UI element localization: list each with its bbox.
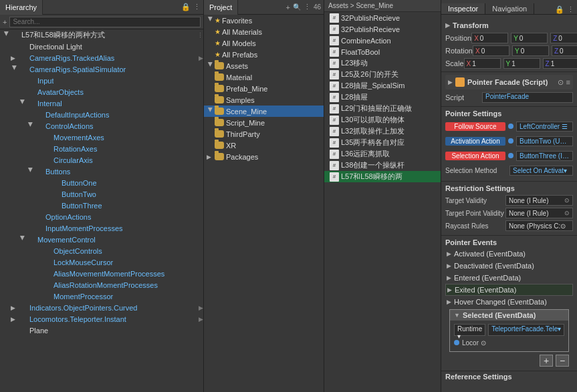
rotation-y-field[interactable]: Y 0 [512, 45, 549, 56]
hierarchy-tab[interactable]: Hierarchy [0, 0, 43, 15]
scale-z-field[interactable]: Z 1 [543, 58, 577, 69]
raycast-rules-val[interactable]: None (Physics C:⊙ [505, 220, 573, 231]
asset-l30[interactable]: # L30可以抓取的物体 [324, 114, 441, 126]
transform-header[interactable]: ▶ Transform [445, 19, 573, 32]
samples-item[interactable]: Samples [204, 94, 324, 106]
tree-item-spatial[interactable]: ▶ CameraRigs.SpatialSimulator [0, 63, 203, 75]
tree-item-optact[interactable]: OptionActions [0, 211, 203, 222]
tree-item-inputmoment[interactable]: InputMomentProcesses [0, 222, 203, 234]
hover-changed-event[interactable]: ▶ Hover Changed (EventData) [445, 296, 573, 308]
tree-item-aliasrot[interactable]: AliasRotationMomentProcesses [0, 279, 203, 290]
inspector-tab[interactable]: Inspector [441, 3, 485, 14]
asset-32pub2[interactable]: # 32PublishRecieve [324, 23, 441, 35]
asset-combine[interactable]: # CombineAction [324, 35, 441, 46]
asset-l57[interactable]: # L57和L58瞬移的两 [324, 171, 441, 182]
selection-method-value[interactable]: Select On Activat▾ [509, 166, 573, 176]
tree-item-buttons[interactable]: ▶ Buttons [0, 166, 203, 177]
tree-item-scene[interactable]: ▶ L57和L58瞬移的两种方式 ⋮ [0, 29, 203, 41]
asset-l28spical[interactable]: # L28抽屉_SpicalSim [324, 80, 441, 91]
all-materials-item[interactable]: ★ All Materials [204, 26, 324, 37]
hierarchy-add-btn[interactable]: + [3, 18, 7, 26]
packages-item[interactable]: ▶ Packages [204, 151, 324, 162]
activation-action-btn[interactable]: Activation Action [445, 137, 505, 146]
tree-item-movcontrol[interactable]: ▶ MovementControl [0, 234, 203, 245]
remove-event-btn[interactable]: − [556, 355, 569, 367]
inspector-lock-btn[interactable]: 🔒 [555, 5, 564, 14]
comp-more-btn[interactable]: ≡ [566, 78, 570, 87]
comp-settings-btn[interactable]: ⊙ [558, 78, 564, 87]
tree-item-rotaxes[interactable]: RotationAxes [0, 143, 203, 154]
thirdparty-item[interactable]: ThirdParty [204, 128, 324, 140]
tree-item-input[interactable]: Input [0, 75, 203, 86]
asset-l23[interactable]: # L23移动 [324, 57, 441, 69]
project-favorites-header[interactable]: ▶ ★ Favorites [204, 15, 324, 26]
tree-item-internal[interactable]: ▶ Internal [0, 97, 203, 109]
scale-x-field[interactable]: X 1 [464, 58, 501, 69]
target-point-validity-val[interactable]: None (I Rule) ⊙ [505, 208, 573, 218]
scene-mine-item[interactable]: ▶ Scene_Mine [204, 106, 324, 117]
tree-item-avatar[interactable]: AvatarObjects [0, 86, 203, 97]
tree-item-indicators[interactable]: ▶ Indicators.ObjectPointers.Curved ▶ [0, 302, 203, 313]
rotation-z-field[interactable]: Z 0 [552, 45, 577, 56]
tree-item-lockmouse[interactable]: LockMouseCursor [0, 256, 203, 268]
entered-event[interactable]: ▶ Entered (EventData) [445, 272, 573, 284]
asset-l38[interactable]: # L38创建一个操纵杆 [324, 160, 441, 171]
project-assets-header[interactable]: ▶ Assets [204, 60, 324, 71]
asset-l36[interactable]: # L36远距离抓取 [324, 148, 441, 160]
tree-item-controlactions[interactable]: ▶ ControlActions [0, 120, 203, 132]
tree-item-plane[interactable]: Plane [0, 325, 203, 336]
tree-item-tracked[interactable]: ▶ CameraRigs.TrackedAlias ▶ [0, 52, 203, 63]
tree-label-btn3: ButtonThree [62, 202, 102, 210]
tree-item-btn2[interactable]: ButtonTwo [0, 188, 203, 200]
target-validity-btn[interactable]: ⊙ [564, 197, 570, 204]
asset-float[interactable]: # FloatToBool [324, 46, 441, 57]
add-event-btn[interactable]: + [540, 355, 553, 367]
inspector-menu-btn[interactable]: ⋮ [567, 5, 574, 14]
tree-item-defaultinput[interactable]: DefaultInputActions [0, 109, 203, 120]
runtime-dropdown[interactable]: Runtime ▾ [454, 324, 485, 336]
tree-item-locomotors[interactable]: ▶ Locomotors.Teleporter.Instant ▶ [0, 313, 203, 325]
all-models-item[interactable]: ★ All Models [204, 37, 324, 49]
tree-item-circaxis[interactable]: CircularAxis [0, 154, 203, 166]
tree-item-objctrl[interactable]: ObjectControls [0, 245, 203, 256]
project-menu-btn[interactable]: ⋮ [304, 3, 311, 11]
asset-l25[interactable]: # L25及26门的开关 [324, 69, 441, 80]
tree-item-btn3[interactable]: ButtonThree [0, 200, 203, 211]
asset-l28[interactable]: # L28抽屉 [324, 91, 441, 103]
activated-event[interactable]: ▶ Activated (EventData) [445, 248, 573, 260]
material-item[interactable]: Material [204, 71, 324, 83]
xr-item[interactable]: XR [204, 140, 324, 151]
position-z-field[interactable]: Z 0 [550, 33, 577, 43]
rotation-x-field[interactable]: X 0 [473, 45, 509, 56]
position-y-field[interactable]: Y 0 [511, 33, 548, 43]
deactivated-event[interactable]: ▶ Deactivated (EventData) [445, 260, 573, 272]
tree-item-menu[interactable]: ⋮ [197, 32, 203, 39]
tree-item-directional[interactable]: Directional Light [0, 41, 203, 52]
target-validity-val[interactable]: None (I Rule) ⊙ [505, 195, 573, 206]
prefab-mine-item[interactable]: Prefab_Mine [204, 83, 324, 94]
tree-item-btn1[interactable]: ButtonOne [0, 177, 203, 188]
project-add-btn[interactable]: + [285, 3, 290, 11]
selection-action-btn[interactable]: Selection Action [445, 152, 505, 160]
scale-y-field[interactable]: Y 1 [503, 58, 540, 69]
all-prefabs-item[interactable]: ★ All Prefabs [204, 49, 324, 60]
tree-item-aliasmov[interactable]: AliasMovementMomentProcesses [0, 268, 203, 279]
hierarchy-menu-btn[interactable]: ⋮ [193, 3, 201, 11]
follow-source-btn[interactable]: Follow Source [445, 122, 505, 131]
tree-item-momentproc[interactable]: MomentProcessor [0, 290, 203, 302]
position-x-field[interactable]: X 0 [471, 33, 508, 43]
exited-event[interactable]: ▶ Exited (EventData) [445, 284, 573, 296]
teleporter-field[interactable]: TeleporterFacade.Tele▾ [488, 324, 564, 336]
asset-l29[interactable]: # L29门和抽屉的正确做 [324, 103, 441, 114]
hierarchy-lock-btn[interactable]: 🔒 [181, 3, 191, 11]
asset-32pub1[interactable]: # 32PublishRecieve [324, 12, 441, 23]
target-point-btn[interactable]: ⊙ [564, 210, 570, 216]
project-tab[interactable]: Project [204, 0, 238, 15]
asset-l35[interactable]: # L35两手柄各自对应 [324, 137, 441, 148]
tree-item-movaxes[interactable]: MovementAxes [0, 132, 203, 143]
script-mine-item[interactable]: Script_Mine [204, 117, 324, 128]
hierarchy-search-input[interactable] [13, 18, 197, 25]
navigation-tab[interactable]: Navigation [485, 3, 534, 14]
position-label: Position [445, 34, 471, 42]
asset-l32[interactable]: # L32抓取操作上加发 [324, 126, 441, 137]
